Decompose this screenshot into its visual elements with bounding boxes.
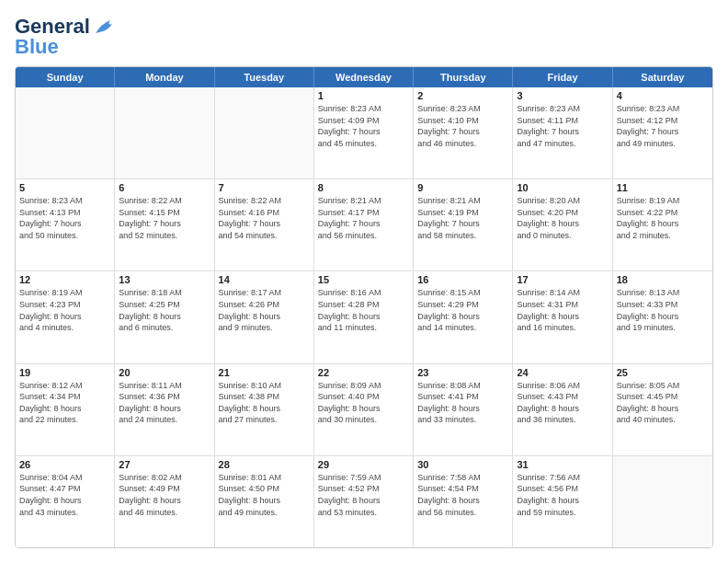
day-number: 7 bbox=[219, 182, 310, 193]
day-info: Sunrise: 8:13 AM Sunset: 4:33 PM Dayligh… bbox=[617, 288, 680, 332]
day-number: 12 bbox=[19, 274, 110, 285]
day-info: Sunrise: 8:23 AM Sunset: 4:10 PM Dayligh… bbox=[417, 104, 481, 148]
day-info: Sunrise: 8:15 AM Sunset: 4:29 PM Dayligh… bbox=[417, 288, 481, 332]
day-info: Sunrise: 8:22 AM Sunset: 4:15 PM Dayligh… bbox=[119, 196, 182, 240]
day-info: Sunrise: 8:23 AM Sunset: 4:13 PM Dayligh… bbox=[19, 196, 83, 240]
day-info: Sunrise: 8:09 AM Sunset: 4:40 PM Dayligh… bbox=[318, 381, 381, 425]
day-cell-30: 30Sunrise: 7:58 AM Sunset: 4:54 PM Dayli… bbox=[414, 456, 513, 547]
day-number: 1 bbox=[318, 90, 409, 101]
day-cell-5: 5Sunrise: 8:23 AM Sunset: 4:13 PM Daylig… bbox=[16, 179, 115, 270]
week-row-3: 12Sunrise: 8:19 AM Sunset: 4:23 PM Dayli… bbox=[16, 271, 712, 363]
day-cell-27: 27Sunrise: 8:02 AM Sunset: 4:49 PM Dayli… bbox=[115, 456, 214, 547]
header-day-sunday: Sunday bbox=[16, 67, 115, 87]
page: General Blue SundayMondayTuesdayWednesda… bbox=[0, 0, 728, 563]
day-cell-3: 3Sunrise: 8:23 AM Sunset: 4:11 PM Daylig… bbox=[513, 87, 612, 178]
day-cell-15: 15Sunrise: 8:16 AM Sunset: 4:28 PM Dayli… bbox=[314, 271, 414, 362]
calendar: SundayMondayTuesdayWednesdayThursdayFrid… bbox=[15, 66, 713, 548]
day-info: Sunrise: 8:23 AM Sunset: 4:12 PM Dayligh… bbox=[617, 104, 680, 148]
day-cell-21: 21Sunrise: 8:10 AM Sunset: 4:38 PM Dayli… bbox=[215, 364, 314, 455]
logo-bird-icon bbox=[92, 17, 118, 37]
day-info: Sunrise: 8:04 AM Sunset: 4:47 PM Dayligh… bbox=[19, 473, 83, 517]
day-info: Sunrise: 8:16 AM Sunset: 4:28 PM Dayligh… bbox=[318, 288, 381, 332]
day-number: 15 bbox=[318, 274, 409, 285]
day-info: Sunrise: 8:23 AM Sunset: 4:09 PM Dayligh… bbox=[318, 104, 381, 148]
day-number: 13 bbox=[119, 274, 210, 285]
day-cell-19: 19Sunrise: 8:12 AM Sunset: 4:34 PM Dayli… bbox=[16, 364, 115, 455]
day-cell-1: 1Sunrise: 8:23 AM Sunset: 4:09 PM Daylig… bbox=[314, 87, 414, 178]
day-number: 29 bbox=[318, 459, 409, 470]
day-number: 20 bbox=[119, 367, 210, 378]
day-info: Sunrise: 8:19 AM Sunset: 4:23 PM Dayligh… bbox=[19, 288, 83, 332]
day-number: 28 bbox=[219, 459, 310, 470]
day-number: 8 bbox=[318, 182, 409, 193]
day-info: Sunrise: 8:06 AM Sunset: 4:43 PM Dayligh… bbox=[517, 381, 580, 425]
empty-cell bbox=[215, 87, 314, 178]
day-cell-9: 9Sunrise: 8:21 AM Sunset: 4:19 PM Daylig… bbox=[414, 179, 513, 270]
day-info: Sunrise: 8:21 AM Sunset: 4:19 PM Dayligh… bbox=[417, 196, 481, 240]
day-number: 5 bbox=[19, 182, 110, 193]
header-day-monday: Monday bbox=[115, 67, 214, 87]
day-number: 2 bbox=[417, 90, 508, 101]
day-info: Sunrise: 7:56 AM Sunset: 4:56 PM Dayligh… bbox=[517, 473, 580, 517]
logo: General Blue bbox=[15, 15, 118, 59]
day-number: 21 bbox=[219, 367, 310, 378]
day-number: 30 bbox=[417, 459, 508, 470]
calendar-header: SundayMondayTuesdayWednesdayThursdayFrid… bbox=[16, 67, 712, 87]
day-number: 16 bbox=[417, 274, 508, 285]
day-number: 26 bbox=[19, 459, 110, 470]
day-info: Sunrise: 8:22 AM Sunset: 4:16 PM Dayligh… bbox=[219, 196, 282, 240]
day-cell-12: 12Sunrise: 8:19 AM Sunset: 4:23 PM Dayli… bbox=[16, 271, 115, 362]
day-cell-28: 28Sunrise: 8:01 AM Sunset: 4:50 PM Dayli… bbox=[215, 456, 314, 547]
day-number: 18 bbox=[617, 274, 709, 285]
day-cell-7: 7Sunrise: 8:22 AM Sunset: 4:16 PM Daylig… bbox=[215, 179, 314, 270]
empty-cell bbox=[613, 456, 712, 547]
day-cell-24: 24Sunrise: 8:06 AM Sunset: 4:43 PM Dayli… bbox=[513, 364, 612, 455]
day-number: 27 bbox=[119, 459, 210, 470]
day-cell-6: 6Sunrise: 8:22 AM Sunset: 4:15 PM Daylig… bbox=[115, 179, 214, 270]
header-day-tuesday: Tuesday bbox=[215, 67, 314, 87]
day-info: Sunrise: 8:19 AM Sunset: 4:22 PM Dayligh… bbox=[617, 196, 680, 240]
day-number: 10 bbox=[517, 182, 608, 193]
day-cell-26: 26Sunrise: 8:04 AM Sunset: 4:47 PM Dayli… bbox=[16, 456, 115, 547]
day-cell-14: 14Sunrise: 8:17 AM Sunset: 4:26 PM Dayli… bbox=[215, 271, 314, 362]
day-number: 3 bbox=[517, 90, 608, 101]
day-cell-29: 29Sunrise: 7:59 AM Sunset: 4:52 PM Dayli… bbox=[314, 456, 414, 547]
day-cell-22: 22Sunrise: 8:09 AM Sunset: 4:40 PM Dayli… bbox=[314, 364, 414, 455]
day-cell-4: 4Sunrise: 8:23 AM Sunset: 4:12 PM Daylig… bbox=[613, 87, 712, 178]
day-info: Sunrise: 8:10 AM Sunset: 4:38 PM Dayligh… bbox=[219, 381, 282, 425]
week-row-2: 5Sunrise: 8:23 AM Sunset: 4:13 PM Daylig… bbox=[16, 179, 712, 271]
day-info: Sunrise: 8:23 AM Sunset: 4:11 PM Dayligh… bbox=[517, 104, 580, 148]
day-number: 4 bbox=[617, 90, 709, 101]
week-row-1: 1Sunrise: 8:23 AM Sunset: 4:09 PM Daylig… bbox=[16, 87, 712, 179]
day-info: Sunrise: 8:08 AM Sunset: 4:41 PM Dayligh… bbox=[417, 381, 481, 425]
day-number: 24 bbox=[517, 367, 608, 378]
day-cell-23: 23Sunrise: 8:08 AM Sunset: 4:41 PM Dayli… bbox=[414, 364, 513, 455]
header-day-friday: Friday bbox=[513, 67, 612, 87]
day-info: Sunrise: 7:59 AM Sunset: 4:52 PM Dayligh… bbox=[318, 473, 381, 517]
day-info: Sunrise: 7:58 AM Sunset: 4:54 PM Dayligh… bbox=[417, 473, 481, 517]
week-row-4: 19Sunrise: 8:12 AM Sunset: 4:34 PM Dayli… bbox=[16, 364, 712, 456]
day-number: 22 bbox=[318, 367, 409, 378]
day-cell-16: 16Sunrise: 8:15 AM Sunset: 4:29 PM Dayli… bbox=[414, 271, 513, 362]
day-info: Sunrise: 8:02 AM Sunset: 4:49 PM Dayligh… bbox=[119, 473, 182, 517]
day-cell-20: 20Sunrise: 8:11 AM Sunset: 4:36 PM Dayli… bbox=[115, 364, 214, 455]
calendar-body: 1Sunrise: 8:23 AM Sunset: 4:09 PM Daylig… bbox=[16, 87, 712, 547]
day-number: 9 bbox=[417, 182, 508, 193]
day-number: 23 bbox=[417, 367, 508, 378]
day-cell-17: 17Sunrise: 8:14 AM Sunset: 4:31 PM Dayli… bbox=[513, 271, 612, 362]
day-cell-11: 11Sunrise: 8:19 AM Sunset: 4:22 PM Dayli… bbox=[613, 179, 712, 270]
day-cell-18: 18Sunrise: 8:13 AM Sunset: 4:33 PM Dayli… bbox=[613, 271, 712, 362]
empty-cell bbox=[16, 87, 115, 178]
header: General Blue bbox=[15, 15, 713, 59]
day-cell-25: 25Sunrise: 8:05 AM Sunset: 4:45 PM Dayli… bbox=[613, 364, 712, 455]
week-row-5: 26Sunrise: 8:04 AM Sunset: 4:47 PM Dayli… bbox=[16, 456, 712, 547]
day-info: Sunrise: 8:12 AM Sunset: 4:34 PM Dayligh… bbox=[19, 381, 83, 425]
header-day-thursday: Thursday bbox=[414, 67, 513, 87]
day-cell-8: 8Sunrise: 8:21 AM Sunset: 4:17 PM Daylig… bbox=[314, 179, 414, 270]
day-number: 25 bbox=[617, 367, 709, 378]
day-number: 14 bbox=[219, 274, 310, 285]
day-info: Sunrise: 8:14 AM Sunset: 4:31 PM Dayligh… bbox=[517, 288, 580, 332]
header-day-wednesday: Wednesday bbox=[314, 67, 414, 87]
day-cell-2: 2Sunrise: 8:23 AM Sunset: 4:10 PM Daylig… bbox=[414, 87, 513, 178]
day-info: Sunrise: 8:20 AM Sunset: 4:20 PM Dayligh… bbox=[517, 196, 580, 240]
